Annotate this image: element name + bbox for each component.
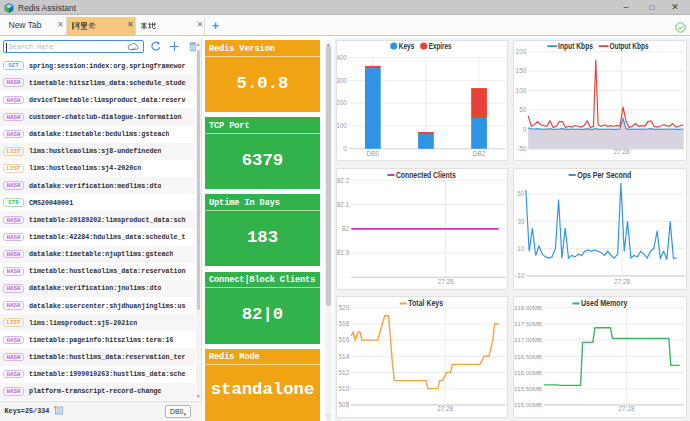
svg-text:317.50MB: 317.50MB <box>514 320 542 327</box>
svg-text:DB2: DB2 <box>473 150 486 157</box>
svg-text:317.00MB: 317.00MB <box>514 336 542 343</box>
svg-text:200: 200 <box>516 48 527 55</box>
svg-text:50: 50 <box>517 190 525 197</box>
svg-text:300: 300 <box>336 77 347 84</box>
svg-text:-10: -10 <box>515 272 525 279</box>
svg-text:10: 10 <box>517 244 525 251</box>
svg-text:DB0: DB0 <box>367 150 380 157</box>
svg-text:27:28: 27:28 <box>437 405 453 412</box>
svg-text:30: 30 <box>517 217 525 224</box>
svg-text:Ops Per Second: Ops Per Second <box>577 170 631 179</box>
svg-text:27:28: 27:28 <box>619 405 635 412</box>
svg-text:518: 518 <box>339 320 350 327</box>
svg-text:27:28: 27:28 <box>438 277 454 284</box>
svg-text:Total Keys: Total Keys <box>408 299 443 308</box>
svg-text:82: 82 <box>342 225 350 232</box>
svg-text:Input Kbps: Input Kbps <box>558 42 593 51</box>
svg-text:316.50MB: 316.50MB <box>514 352 542 359</box>
svg-text:318.00MB: 318.00MB <box>514 303 542 310</box>
svg-text:100: 100 <box>336 122 347 129</box>
svg-text:-50: -50 <box>517 145 527 152</box>
svg-text:82.2: 82.2 <box>337 176 350 183</box>
svg-text:Connected Clients: Connected Clients <box>396 170 456 179</box>
svg-text:82.1: 82.1 <box>337 200 350 207</box>
svg-text:520: 520 <box>339 303 350 310</box>
svg-text:100: 100 <box>516 87 527 94</box>
svg-text:Expires: Expires <box>429 42 452 51</box>
svg-text:516: 516 <box>339 336 350 343</box>
svg-text:0: 0 <box>343 145 347 152</box>
svg-text:315.50MB: 315.50MB <box>514 384 542 391</box>
svg-text:Keys: Keys <box>399 42 415 51</box>
svg-text:150: 150 <box>516 67 527 74</box>
svg-text:50: 50 <box>519 106 527 113</box>
svg-text:510: 510 <box>339 384 350 391</box>
svg-text:512: 512 <box>339 368 350 375</box>
svg-text:Used Memory: Used Memory <box>581 299 628 308</box>
svg-text:315.00MB: 315.00MB <box>514 401 542 408</box>
svg-text:Output Kbps: Output Kbps <box>609 42 648 51</box>
svg-text:27:28: 27:28 <box>614 148 630 155</box>
svg-text:316.00MB: 316.00MB <box>514 368 542 375</box>
svg-text:400: 400 <box>336 54 347 61</box>
svg-text:0: 0 <box>523 126 527 133</box>
svg-text:81.9: 81.9 <box>337 249 350 256</box>
svg-text:508: 508 <box>339 401 350 408</box>
svg-text:200: 200 <box>336 99 347 106</box>
svg-text:27:28: 27:28 <box>614 277 630 284</box>
svg-text:514: 514 <box>339 352 350 359</box>
